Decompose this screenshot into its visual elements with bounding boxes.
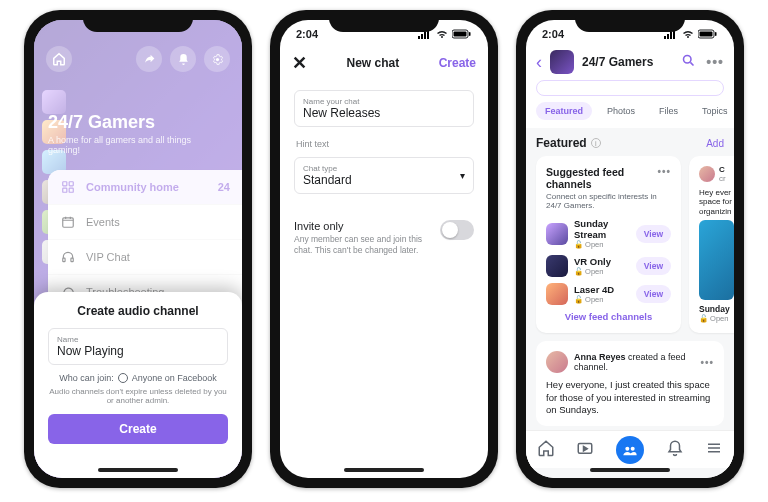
battery-icon: [452, 29, 472, 39]
post-author: Anna Reyes: [574, 352, 626, 362]
post-avatar[interactable]: [546, 351, 568, 373]
create-audio-sheet: Create audio channel Name Now Playing Wh…: [34, 292, 242, 478]
chat-name-field[interactable]: Name your chat New Releases: [294, 90, 474, 127]
channel-item[interactable]: Laser 4D🔓 Open View: [546, 283, 671, 305]
name-value: Now Playing: [57, 344, 219, 358]
side-title: C: [719, 165, 725, 174]
phone-frame-3: 2:04 ‹ 24/7 Gamers ••• Featured Photos F…: [516, 10, 744, 488]
svg-rect-10: [418, 36, 420, 39]
status-time: 2:04: [542, 28, 564, 40]
view-button[interactable]: View: [636, 225, 671, 243]
channel-name: Sunday Stream: [574, 218, 630, 240]
search-pill[interactable]: [536, 80, 724, 96]
nav-watch-icon[interactable]: [576, 439, 594, 461]
group-name[interactable]: 24/7 Gamers: [582, 55, 673, 69]
feed-body: Featuredi Add Suggested feed channels Co…: [526, 128, 734, 478]
wifi-icon: [681, 29, 695, 39]
more-icon[interactable]: •••: [706, 54, 724, 70]
svg-point-26: [625, 446, 629, 450]
create-button[interactable]: Create: [48, 414, 228, 444]
side-card[interactable]: Ccr Hey ever space for organizin Sunday …: [689, 156, 734, 333]
feed-post[interactable]: Anna Reyes created a feed channel. ••• H…: [536, 341, 724, 426]
side-body2: space for: [699, 197, 732, 206]
side-caption-sub: Open: [710, 314, 728, 323]
status-time: 2:04: [296, 28, 318, 40]
side-body3: organizin: [699, 207, 731, 216]
post-header-text: Anna Reyes created a feed channel.: [574, 352, 694, 372]
filter-tabs: Featured Photos Files Topics Re: [526, 102, 734, 128]
chevron-down-icon: ▾: [460, 170, 465, 181]
group-avatar[interactable]: [550, 50, 574, 74]
channel-status: Open: [585, 240, 603, 249]
group-header-bar: ‹ 24/7 Gamers •••: [526, 48, 734, 80]
suggested-card: Suggested feed channels Connect on speci…: [536, 156, 681, 333]
chat-type-label: Chat type: [303, 164, 352, 173]
nav-bell-icon[interactable]: [666, 439, 684, 461]
chat-name-value: New Releases: [303, 106, 465, 120]
close-icon[interactable]: ✕: [292, 52, 307, 74]
svg-rect-19: [670, 32, 672, 39]
side-caption: Sunday: [699, 304, 734, 314]
tab-topics[interactable]: Topics: [693, 102, 734, 120]
view-all-link[interactable]: View feed channels: [546, 311, 671, 322]
channel-status: Open: [585, 295, 603, 304]
battery-icon: [698, 29, 718, 39]
svg-point-27: [631, 446, 635, 450]
create-action[interactable]: Create: [439, 56, 476, 70]
channel-name: Laser 4D: [574, 284, 630, 295]
svg-rect-17: [664, 36, 666, 39]
channel-item[interactable]: VR Only🔓 Open View: [546, 255, 671, 277]
sheet-title: Create audio channel: [48, 304, 228, 318]
tab-files[interactable]: Files: [650, 102, 687, 120]
nav-groups-icon[interactable]: [616, 436, 644, 464]
channel-avatar: [546, 283, 568, 305]
globe-icon: [118, 373, 128, 383]
home-indicator: [590, 468, 670, 472]
sheet-hint: Audio channels don't expire unless delet…: [48, 387, 228, 406]
svg-rect-12: [424, 32, 426, 39]
nav-home-icon[interactable]: [537, 439, 555, 461]
svg-rect-16: [469, 32, 471, 36]
channel-item[interactable]: Sunday Stream🔓 Open View: [546, 218, 671, 249]
chat-type-field[interactable]: Chat type Standard ▾: [294, 157, 474, 194]
channel-name: VR Only: [574, 256, 630, 267]
channel-status: Open: [585, 267, 603, 276]
invite-desc: Any member can see and join this chat. T…: [294, 234, 424, 255]
back-icon[interactable]: ‹: [536, 52, 542, 73]
svg-rect-22: [700, 32, 713, 37]
hint-text: Hint text: [294, 135, 474, 157]
invite-toggle[interactable]: [440, 220, 474, 240]
view-button[interactable]: View: [636, 257, 671, 275]
search-icon[interactable]: [681, 53, 696, 71]
chat-type-value: Standard: [303, 173, 352, 187]
featured-label: Featured: [536, 136, 587, 150]
name-field[interactable]: Name Now Playing: [48, 328, 228, 365]
card-more-icon[interactable]: •••: [657, 166, 671, 177]
screen-3: 2:04 ‹ 24/7 Gamers ••• Featured Photos F…: [526, 20, 734, 478]
notch: [83, 10, 193, 32]
svg-rect-15: [454, 32, 467, 37]
view-button[interactable]: View: [636, 285, 671, 303]
side-avatar: [699, 166, 715, 182]
bottom-nav: [526, 430, 734, 468]
add-link[interactable]: Add: [706, 138, 724, 149]
wifi-icon: [435, 29, 449, 39]
header-title: New chat: [346, 56, 399, 70]
svg-point-24: [684, 56, 692, 64]
featured-row: Suggested feed channels Connect on speci…: [536, 156, 724, 333]
side-sub: cr: [719, 175, 726, 184]
tab-photos[interactable]: Photos: [598, 102, 644, 120]
notch: [329, 10, 439, 32]
screen-1: 24/7 Gamers A home for all gamers and al…: [34, 20, 242, 478]
chat-name-label: Name your chat: [303, 97, 465, 106]
nav-menu-icon[interactable]: [705, 439, 723, 461]
info-icon[interactable]: i: [591, 138, 601, 148]
post-body: Hey everyone, I just created this space …: [546, 379, 714, 416]
who-can-join[interactable]: Who can join: Anyone on Facebook: [48, 373, 228, 383]
featured-header: Featuredi Add: [536, 136, 724, 150]
post-more-icon[interactable]: •••: [700, 357, 714, 368]
invite-only-row: Invite only Any member can see and join …: [280, 210, 488, 265]
side-image: [699, 220, 734, 300]
new-chat-header: ✕ New chat Create: [280, 48, 488, 82]
tab-featured[interactable]: Featured: [536, 102, 592, 120]
